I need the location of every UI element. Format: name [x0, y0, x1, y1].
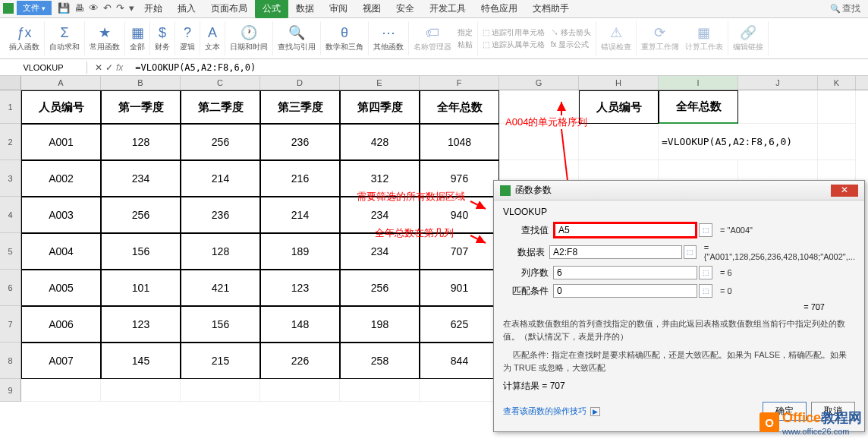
row-header[interactable]: 4 [0, 197, 21, 233]
cell[interactable]: 第三季度 [260, 90, 340, 124]
datetime-fn-button[interactable]: 🕐日期和时间 [230, 24, 268, 52]
row-header[interactable]: 5 [0, 233, 21, 270]
show-formula-button[interactable]: fx 显示公式 [551, 39, 591, 50]
autosum-button[interactable]: Σ自动求和 [49, 25, 80, 52]
cell[interactable]: 人员编号 [579, 90, 659, 124]
cell[interactable]: A001 [21, 124, 101, 160]
cell[interactable]: 128 [181, 233, 260, 270]
row-header[interactable]: 7 [0, 306, 21, 343]
cell[interactable]: 156 [181, 306, 260, 343]
column-header[interactable]: J [738, 76, 818, 90]
fx-icon[interactable]: fx [116, 62, 123, 73]
cell[interactable]: 123 [260, 270, 340, 306]
cell[interactable]: A007 [21, 343, 101, 379]
row-header[interactable]: 6 [0, 270, 21, 306]
name-manager-button[interactable]: 🏷名称管理器 [414, 25, 451, 52]
cell[interactable]: A002 [21, 160, 101, 197]
cell[interactable]: 214 [260, 197, 340, 233]
file-menu[interactable]: 文件 ▾ [17, 1, 52, 15]
column-header[interactable]: F [420, 76, 499, 90]
row-header[interactable]: 3 [0, 160, 21, 197]
param-input[interactable] [553, 222, 697, 238]
cell[interactable]: 226 [260, 343, 340, 379]
search-box[interactable]: 查找 [830, 2, 860, 15]
tab-doc-helper[interactable]: 文档助手 [525, 0, 577, 18]
logic-fn-button[interactable]: ?逻辑 [180, 25, 195, 52]
redo-icon[interactable]: ↷ [116, 2, 124, 14]
cell[interactable]: 第四季度 [340, 90, 420, 124]
tab-security[interactable]: 安全 [388, 0, 422, 18]
cell[interactable]: 1048 [420, 124, 499, 160]
finance-fn-button[interactable]: $财务 [155, 25, 170, 52]
cell[interactable] [101, 379, 181, 402]
cell[interactable]: 901 [420, 270, 499, 306]
tab-formula[interactable]: 公式 [255, 0, 288, 18]
column-header[interactable]: H [579, 76, 659, 90]
cell[interactable]: 全年总数 [420, 90, 499, 124]
cell[interactable] [499, 124, 579, 160]
insert-function-button[interactable]: ƒx插入函数 [9, 25, 39, 52]
paste-button[interactable]: 粘贴 [458, 39, 473, 50]
range-selector-icon[interactable]: ⬚ [699, 284, 712, 298]
cell[interactable]: 421 [181, 270, 260, 306]
error-check-button[interactable]: ⚠错误检查 [601, 24, 631, 52]
preview-icon[interactable]: 👁 [89, 2, 99, 14]
tab-start[interactable]: 开始 [137, 0, 170, 18]
recalc-book-button[interactable]: ⟳重算工作簿 [641, 24, 679, 52]
row-header[interactable]: 1 [0, 90, 21, 124]
cell[interactable]: 148 [260, 306, 340, 343]
cell[interactable]: 第二季度 [181, 90, 260, 124]
cell[interactable]: 128 [101, 124, 181, 160]
tab-layout[interactable]: 页面布局 [203, 0, 255, 18]
tab-special[interactable]: 特色应用 [473, 0, 525, 18]
cell[interactable]: 145 [101, 343, 181, 379]
row-header[interactable]: 9 [0, 379, 21, 402]
trace-precedents-button[interactable]: ⬚ 追踪引用单元格 [483, 27, 545, 38]
range-selector-icon[interactable]: ⬚ [699, 266, 712, 279]
undo-icon[interactable]: ↶ [103, 2, 112, 14]
param-input[interactable] [549, 245, 682, 259]
cell[interactable]: =VLOOKUP(A5,A2:F8,6,0) [659, 124, 818, 160]
dialog-help-link[interactable]: 查看该函数的操作技巧 ▶ [503, 406, 600, 417]
column-header[interactable]: K [818, 76, 856, 90]
cell[interactable] [260, 379, 340, 402]
select-all-corner[interactable] [0, 76, 21, 90]
cell[interactable]: A003 [21, 197, 101, 233]
calc-sheet-button[interactable]: ▦计算工作表 [685, 24, 723, 52]
tab-insert[interactable]: 插入 [170, 0, 203, 18]
trace-dependents-button[interactable]: ⬚ 追踪从属单元格 [483, 39, 545, 50]
cell[interactable]: 123 [101, 306, 181, 343]
cell[interactable]: 256 [181, 124, 260, 160]
save-icon[interactable]: 💾 [58, 2, 70, 14]
lookup-fn-button[interactable]: 🔍查找与引用 [278, 24, 316, 52]
cell[interactable] [21, 379, 101, 402]
cell[interactable]: A005 [21, 270, 101, 306]
cell[interactable]: 256 [101, 197, 181, 233]
dialog-titlebar[interactable]: 函数参数 ✕ [494, 181, 864, 200]
column-header[interactable]: C [181, 76, 260, 90]
print-icon[interactable]: 🖶 [74, 2, 84, 14]
row-header[interactable]: 8 [0, 343, 21, 379]
cell[interactable]: 258 [340, 343, 420, 379]
close-button[interactable]: ✕ [831, 185, 858, 197]
cell[interactable]: 101 [101, 270, 181, 306]
column-header[interactable]: A [21, 76, 101, 90]
cell[interactable]: 人员编号 [21, 90, 101, 124]
other-fn-button[interactable]: ⋯其他函数 [373, 24, 404, 52]
column-header[interactable]: I [659, 76, 738, 90]
cell[interactable]: 236 [260, 124, 340, 160]
cell[interactable] [181, 379, 260, 402]
tab-data[interactable]: 数据 [288, 0, 322, 18]
cell[interactable]: 216 [260, 160, 340, 197]
range-selector-icon[interactable]: ⬚ [699, 223, 712, 237]
column-header[interactable]: B [101, 76, 181, 90]
cell[interactable] [420, 379, 499, 402]
cell[interactable] [579, 124, 659, 160]
cell[interactable]: 214 [181, 160, 260, 197]
column-header[interactable]: E [340, 76, 420, 90]
cell[interactable]: 256 [340, 270, 420, 306]
param-input[interactable] [553, 284, 697, 298]
tab-view[interactable]: 视图 [355, 0, 388, 18]
cell[interactable]: A006 [21, 306, 101, 343]
cell[interactable]: 第一季度 [101, 90, 181, 124]
